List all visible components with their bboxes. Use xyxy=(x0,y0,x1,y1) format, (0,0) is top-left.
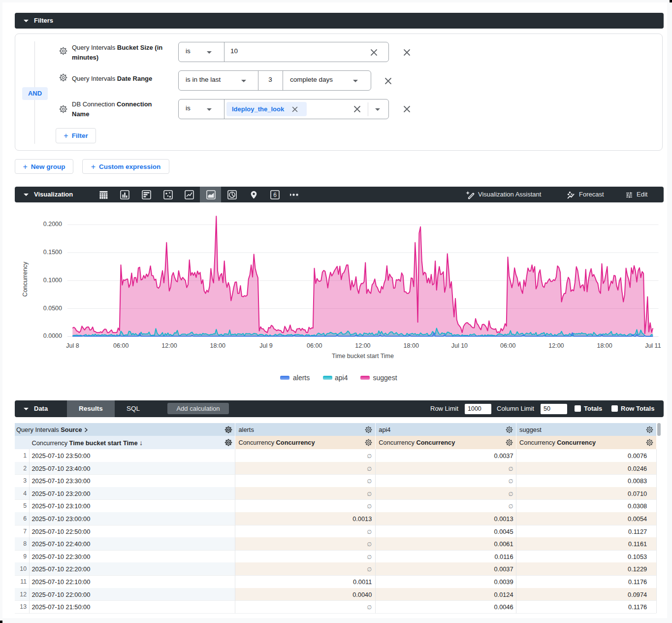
svg-text:6: 6 xyxy=(273,192,277,198)
